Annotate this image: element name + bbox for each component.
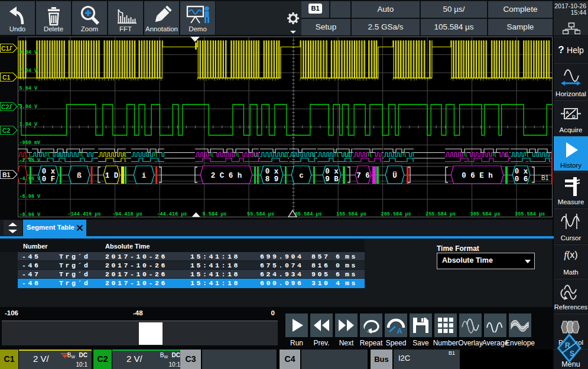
- svg-text:0 F: 0 F: [42, 175, 56, 184]
- svg-text:0 x: 0 x: [515, 168, 528, 176]
- svg-text:5.04 V: 5.04 V: [20, 86, 38, 92]
- svg-text:305.584 µs: 305.584 µs: [470, 211, 501, 217]
- svg-text:0 x: 0 x: [325, 168, 339, 176]
- svg-text:-6.96 V: -6.96 V: [20, 194, 41, 200]
- svg-text:D: D: [572, 114, 576, 119]
- svg-text:1 D: 1 D: [105, 172, 119, 180]
- svg-text:5.584 µs: 5.584 µs: [203, 211, 227, 217]
- svg-text:55.584 µs: 55.584 µs: [247, 211, 274, 217]
- svg-text:R: R: [565, 341, 570, 350]
- svg-text:7 6: 7 6: [356, 172, 370, 180]
- svg-text:-94.416 µs: -94.416 µs: [112, 211, 142, 217]
- svg-text:-8.96 V: -8.96 V: [20, 212, 41, 218]
- svg-text:ß: ß: [77, 172, 82, 180]
- svg-text:-44.416 µs: -44.416 µs: [157, 211, 187, 217]
- svg-text:0 6: 0 6: [515, 175, 528, 184]
- svg-text:-2.96 V: -2.96 V: [20, 158, 41, 164]
- svg-text:0 6 E h: 0 6 E h: [462, 172, 493, 180]
- svg-text:-960 mV: -960 mV: [20, 140, 41, 146]
- svg-text:i: i: [142, 172, 147, 180]
- svg-text:C2: C2: [1, 103, 9, 110]
- svg-text:A: A: [566, 110, 569, 115]
- svg-text:9 B: 9 B: [325, 175, 339, 184]
- svg-text:-144.416 µs: -144.416 µs: [67, 211, 100, 217]
- svg-text:S: S: [570, 350, 574, 358]
- svg-text:9.04 V: 9.04 V: [20, 50, 38, 55]
- svg-text:205.584 µs: 205.584 µs: [381, 211, 411, 217]
- svg-text:-4.96 V: -4.96 V: [20, 176, 41, 182]
- svg-text:C2: C2: [2, 127, 11, 134]
- svg-text:3.04 V: 3.04 V: [20, 104, 38, 110]
- svg-text:c: c: [299, 172, 304, 180]
- svg-text:155.584 µs: 155.584 µs: [336, 211, 366, 217]
- svg-text:Ü: Ü: [392, 171, 397, 180]
- svg-text:B1: B1: [541, 175, 549, 181]
- svg-text:355.584 µs: 355.584 µs: [515, 211, 545, 217]
- svg-text:8 9: 8 9: [265, 175, 279, 184]
- svg-text:A: A: [397, 326, 403, 334]
- svg-text:0 x: 0 x: [265, 168, 279, 176]
- svg-text:2 C 6 h: 2 C 6 h: [211, 172, 242, 180]
- svg-text:1.04 V: 1.04 V: [20, 122, 38, 128]
- svg-text:C1: C1: [1, 45, 9, 52]
- svg-text:7.04 V: 7.04 V: [20, 68, 38, 74]
- svg-text:C1: C1: [2, 74, 11, 81]
- svg-text:0 x: 0 x: [42, 168, 56, 176]
- svg-text:255.584 µs: 255.584 µs: [425, 211, 456, 217]
- svg-text:B1: B1: [2, 171, 11, 178]
